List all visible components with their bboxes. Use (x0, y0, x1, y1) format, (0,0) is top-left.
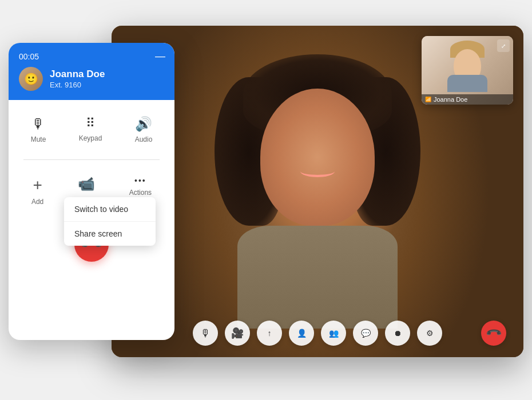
scene: ⤢ 📶 Joanna Doe 🎙 🎥 ↑ (9, 9, 523, 391)
gear-icon: ⚙ (426, 329, 434, 338)
more-label: Actions (129, 189, 152, 197)
thumbnail-video: ⤢ 📶 Joanna Doe (422, 36, 513, 105)
audio-button[interactable]: 🔊 Audio (128, 111, 160, 148)
thumb-shirt (447, 75, 487, 92)
share-button[interactable]: ↑ (257, 321, 282, 346)
dropdown-menu: Switch to video Share screen (64, 197, 156, 246)
smile (300, 166, 335, 177)
record-icon: ⏺ (394, 329, 402, 338)
add-label: Add (31, 198, 43, 206)
thumbnail-background: ⤢ 📶 Joanna Doe (422, 36, 513, 105)
end-call-icon: 📞 (485, 324, 502, 342)
thumbnail-face (447, 41, 487, 92)
settings-button[interactable]: ⚙ (417, 321, 442, 346)
keypad-icon: ⠿ (86, 116, 95, 131)
caller-avatar: 🙂 (19, 67, 43, 91)
audio-icon: 🔊 (135, 116, 152, 132)
participants-icon: 👥 (329, 329, 339, 338)
share-icon: ↑ (268, 329, 272, 338)
video-button[interactable]: 🎥 (225, 321, 250, 346)
face-oval (260, 89, 375, 226)
expand-button[interactable]: ⤢ (497, 39, 510, 52)
mic-icon: 🎙 (200, 327, 211, 339)
thumbnail-name: Joanna Doe (434, 96, 467, 103)
phone-body: 🎙 Mute ⠿ Keypad 🔊 Audio + Add (9, 100, 174, 273)
record-button[interactable]: ⏺ (385, 321, 410, 346)
video-end-call-button[interactable]: 📞 (481, 321, 506, 346)
phone-panel: 00:05 — 🙂 Joanna Doe Ext. 9160 🎙 Mute (9, 43, 174, 340)
caller-name: Joanna Doe (50, 69, 105, 80)
thumbnail-label: 📶 Joanna Doe (422, 94, 513, 105)
primary-controls: 🎙 Mute ⠿ Keypad 🔊 Audio (14, 111, 169, 148)
more-icon: ••• (134, 176, 146, 185)
chat-icon: 💬 (361, 329, 371, 338)
secondary-controls: + Add 📹 ••• Actions Switch to video (14, 171, 169, 210)
participants-button[interactable]: 👥 (321, 321, 346, 346)
signal-icon: 📶 (425, 97, 431, 102)
mute-label: Mute (31, 135, 46, 143)
switch-to-video-item[interactable]: Switch to video (64, 197, 156, 222)
call-timer: 00:05 (19, 52, 164, 61)
phone-header: 00:05 — 🙂 Joanna Doe Ext. 9160 (9, 43, 174, 100)
add-icon: + (33, 176, 42, 194)
caller-details: Joanna Doe Ext. 9160 (50, 69, 105, 89)
keypad-label: Keypad (79, 134, 102, 142)
add-person-icon: 👤 (297, 329, 307, 338)
switch-video-label: Switch to video (74, 205, 128, 214)
video-icon: 🎥 (231, 327, 244, 339)
face-container (226, 54, 409, 329)
mic-button[interactable]: 🎙 (193, 321, 218, 346)
share-screen-label: Share screen (74, 229, 122, 238)
mute-icon: 🎙 (31, 116, 45, 132)
avatar-face: 🙂 (24, 72, 38, 86)
add-button[interactable]: + Add (25, 171, 50, 210)
caller-info: 🙂 Joanna Doe Ext. 9160 (19, 67, 164, 91)
shirt (237, 226, 398, 329)
share-screen-item[interactable]: Share screen (64, 222, 156, 246)
video-cam-icon: 📹 (78, 176, 95, 192)
caller-extension: Ext. 9160 (50, 81, 105, 89)
keypad-button[interactable]: ⠿ Keypad (72, 111, 109, 148)
mute-button[interactable]: 🎙 Mute (24, 111, 53, 148)
minimize-button[interactable]: — (155, 51, 165, 61)
chat-button[interactable]: 💬 (353, 321, 378, 346)
divider (23, 159, 160, 160)
audio-label: Audio (135, 135, 153, 143)
add-person-button[interactable]: 👤 (289, 321, 314, 346)
